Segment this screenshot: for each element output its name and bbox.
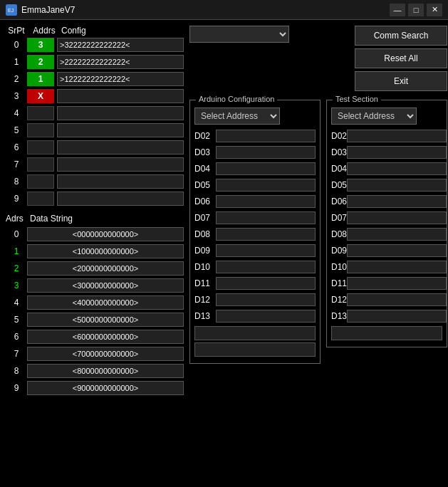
test-pin-input[interactable] xyxy=(347,228,447,241)
pin-input[interactable] xyxy=(216,195,316,208)
config-input[interactable] xyxy=(57,55,184,69)
addr-badge: 2 xyxy=(27,55,54,69)
data-num: 9 xyxy=(6,383,27,393)
addr-badge: 1 xyxy=(27,72,54,86)
pin-input[interactable] xyxy=(216,261,316,273)
data-input[interactable] xyxy=(27,347,184,361)
config-input[interactable] xyxy=(57,157,184,172)
data-input[interactable] xyxy=(27,295,184,310)
test-pin-input[interactable] xyxy=(347,310,447,323)
row-num: 1 xyxy=(6,57,27,67)
config-input[interactable] xyxy=(57,72,184,86)
table-header: SrPt Addrs Config xyxy=(6,26,184,36)
test-pin-input[interactable] xyxy=(347,261,447,273)
data-input[interactable] xyxy=(27,330,184,344)
test-pin-input[interactable] xyxy=(347,195,447,208)
row-num: 4 xyxy=(6,108,27,118)
config-input[interactable] xyxy=(57,89,184,103)
top-row: Comm Search Reset All Exit xyxy=(189,26,447,91)
test-pin-label: D05 xyxy=(331,180,347,190)
config-input[interactable] xyxy=(57,123,184,137)
pin-input[interactable] xyxy=(216,130,316,142)
addr-badge: 3 xyxy=(27,38,54,52)
config-input[interactable] xyxy=(57,174,184,189)
test-pin-row: D08 xyxy=(331,227,442,241)
data-input[interactable] xyxy=(27,364,184,378)
arduino-select[interactable]: Select Address xyxy=(194,108,280,125)
pin-input[interactable] xyxy=(216,293,316,306)
pin-row: D07 xyxy=(194,211,316,225)
title-bar-controls: — □ ✕ xyxy=(390,4,442,16)
test-bottom-inputs xyxy=(331,326,442,342)
addr-badge xyxy=(27,123,54,137)
table-row: 4 xyxy=(6,105,184,121)
config-input[interactable] xyxy=(57,106,184,120)
row-num: 0 xyxy=(6,40,27,50)
pin-input[interactable] xyxy=(216,228,316,241)
pin-label: D07 xyxy=(194,213,216,223)
data-input[interactable] xyxy=(27,278,184,293)
test-pin-label: D10 xyxy=(331,262,347,272)
app-title: EmmaJaneV7 xyxy=(21,5,75,15)
pin-input[interactable] xyxy=(216,211,316,224)
test-pin-row: D13 xyxy=(331,309,442,323)
pin-row: D03 xyxy=(194,145,316,159)
top-dropdown-wrap xyxy=(189,26,289,43)
data-num: 2 xyxy=(6,263,27,273)
data-input[interactable] xyxy=(27,244,184,258)
config-input[interactable] xyxy=(57,38,184,52)
pin-row: D10 xyxy=(194,260,316,274)
data-num: 3 xyxy=(6,281,27,290)
reset-all-button[interactable]: Reset All xyxy=(355,48,447,68)
data-input[interactable] xyxy=(27,227,184,241)
mid-column: Comm Search Reset All Exit Arduino Confi… xyxy=(189,26,447,481)
title-bar-left: EJ EmmaJaneV7 xyxy=(6,4,75,16)
test-pin-input[interactable] xyxy=(347,293,447,306)
arduino-bottom-input-1[interactable] xyxy=(194,326,316,340)
data-section: Adrs Data String 0123456789 xyxy=(6,214,184,396)
test-select[interactable]: Select Address xyxy=(331,108,417,125)
row-num: 3 xyxy=(6,91,27,101)
maximize-button[interactable]: □ xyxy=(408,4,424,16)
row-num: 9 xyxy=(6,194,27,204)
test-pin-input[interactable] xyxy=(347,277,447,290)
arduino-bottom-input-2[interactable] xyxy=(194,342,316,357)
test-pin-input[interactable] xyxy=(347,211,447,224)
data-input[interactable] xyxy=(27,261,184,276)
test-pin-label: D12 xyxy=(331,295,347,305)
comm-search-button[interactable]: Comm Search xyxy=(355,26,447,46)
table-rows: 0312213X456789 xyxy=(6,37,184,206)
test-pin-input[interactable] xyxy=(347,146,447,159)
config-input[interactable] xyxy=(57,192,184,206)
test-pin-input[interactable] xyxy=(347,244,447,257)
data-string-label: Data String xyxy=(30,214,73,224)
test-select-row: Select Address xyxy=(331,108,442,125)
table-row: 3X xyxy=(6,88,184,104)
pin-input[interactable] xyxy=(216,162,316,175)
data-row: 2 xyxy=(6,261,184,276)
test-bottom-input-1[interactable] xyxy=(331,326,442,340)
test-pin-input[interactable] xyxy=(347,179,447,192)
close-button[interactable]: ✕ xyxy=(427,4,442,16)
test-pin-input[interactable] xyxy=(347,130,447,142)
pin-label: D05 xyxy=(194,180,216,190)
pin-input[interactable] xyxy=(216,277,316,290)
pin-input[interactable] xyxy=(216,179,316,192)
pin-row: D09 xyxy=(194,244,316,258)
pin-input[interactable] xyxy=(216,310,316,323)
pin-input[interactable] xyxy=(216,146,316,159)
data-input[interactable] xyxy=(27,381,184,395)
exit-button[interactable]: Exit xyxy=(355,71,447,91)
test-pin-label: D09 xyxy=(331,246,347,256)
pin-label: D13 xyxy=(194,311,216,321)
top-select[interactable] xyxy=(189,26,289,43)
data-input[interactable] xyxy=(27,313,184,327)
config-input[interactable] xyxy=(57,140,184,155)
test-pin-label: D03 xyxy=(331,147,347,157)
data-row: 6 xyxy=(6,329,184,345)
test-pin-input[interactable] xyxy=(347,162,447,175)
table-row: 12 xyxy=(6,54,184,70)
minimize-button[interactable]: — xyxy=(390,4,405,16)
pin-input[interactable] xyxy=(216,244,316,257)
table-row: 7 xyxy=(6,157,184,172)
